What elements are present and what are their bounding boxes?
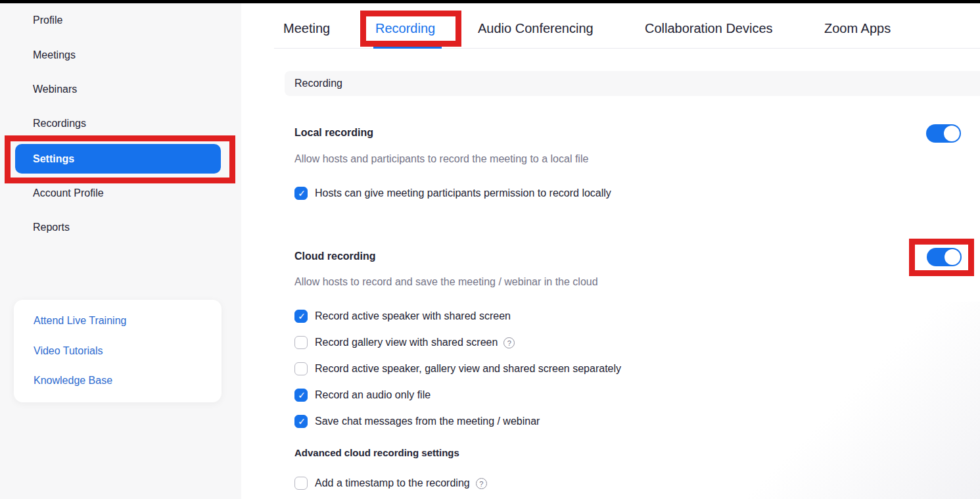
checkbox-record-separately[interactable] (294, 362, 308, 375)
sidebar-item-account-profile[interactable]: Account Profile (33, 186, 104, 201)
sidebar: Profile Meetings Webinars Recordings Set… (0, 3, 241, 499)
local-recording-description: Allow hosts and participants to record t… (294, 152, 588, 166)
sidebar-item-meetings[interactable]: Meetings (33, 48, 76, 62)
tab-zoom-apps[interactable]: Zoom Apps (824, 20, 891, 37)
section-header: Recording (285, 71, 980, 96)
option-label: Record an audio only file (315, 388, 431, 402)
sidebar-item-recordings[interactable]: Recordings (33, 116, 86, 131)
checkbox-active-speaker[interactable] (294, 310, 308, 323)
tab-meeting[interactable]: Meeting (283, 20, 330, 37)
checkbox-audio-only[interactable] (294, 389, 308, 402)
option-row-save-chat: Save chat messages from the meeting / we… (294, 414, 540, 429)
option-label: Record active speaker, gallery view and … (315, 362, 621, 376)
sidebar-item-webinars[interactable]: Webinars (33, 82, 77, 97)
help-icon[interactable] (476, 478, 487, 489)
link-attend-live-training[interactable]: Attend Live Training (34, 314, 126, 327)
annotation-box-recording-tab (360, 11, 461, 47)
checkbox-save-chat[interactable] (294, 415, 308, 428)
option-row-timestamp: Add a timestamp to the recording (294, 476, 487, 490)
sidebar-item-reports[interactable]: Reports (33, 220, 70, 235)
option-label: Save chat messages from the meeting / we… (315, 414, 540, 429)
link-video-tutorials[interactable]: Video Tutorials (34, 345, 103, 358)
sidebar-item-settings[interactable]: Settings (15, 144, 221, 174)
option-label: Add a timestamp to the recording (315, 476, 470, 490)
local-recording-title: Local recording (294, 126, 373, 140)
checkbox-gallery-view[interactable] (294, 336, 308, 349)
cloud-recording-title: Cloud recording (294, 249, 376, 264)
option-row-gallery-view: Record gallery view with shared screen (294, 335, 515, 350)
help-icon[interactable] (503, 337, 515, 348)
cloud-recording-toggle[interactable] (927, 248, 962, 266)
option-row-hosts-permission: Hosts can give meeting participants perm… (294, 186, 611, 201)
background-decoration (704, 302, 980, 499)
cloud-recording-description: Allow hosts to record and save the meeti… (294, 275, 598, 289)
help-card: Attend Live Training Video Tutorials Kno… (14, 300, 222, 402)
checkbox-hosts-permission[interactable] (294, 187, 308, 200)
option-label: Hosts can give meeting participants perm… (315, 186, 611, 201)
sidebar-item-profile[interactable]: Profile (33, 13, 62, 28)
tab-collaboration-devices[interactable]: Collaboration Devices (645, 20, 773, 37)
option-row-separately: Record active speaker, gallery view and … (294, 362, 621, 376)
local-recording-toggle[interactable] (926, 124, 961, 143)
toggle-knob (944, 126, 960, 141)
option-label: Record active speaker with shared screen (315, 309, 511, 323)
option-row-audio-only: Record an audio only file (294, 388, 431, 402)
link-knowledge-base[interactable]: Knowledge Base (34, 374, 112, 387)
option-label: Record gallery view with shared screen (315, 335, 498, 350)
tab-audio-conferencing[interactable]: Audio Conferencing (478, 20, 594, 37)
advanced-settings-heading: Advanced cloud recording settings (294, 446, 459, 460)
option-row-active-speaker: Record active speaker with shared screen (294, 309, 511, 323)
toggle-knob (945, 249, 960, 265)
checkbox-timestamp[interactable] (294, 477, 308, 490)
